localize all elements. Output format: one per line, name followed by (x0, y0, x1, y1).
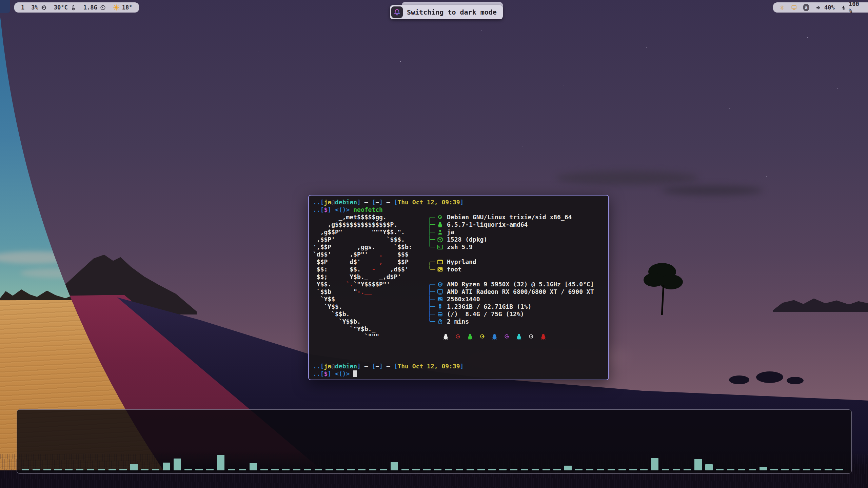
debian-swirl-icon (528, 333, 535, 340)
visualizer-bar (76, 469, 83, 470)
shell-prompt-bottom-block: ..[ja@debian] – [~] – [Thu Oct 12, 09:39… (313, 363, 463, 378)
neofetch-info-row: ╭─AMD Ryzen 9 5950X (32) @ 5.1GHz [45.0°… (428, 281, 594, 288)
ascii-art-line: `$$b. (313, 310, 412, 318)
text-segment: ~ (375, 363, 379, 370)
ascii-art-line: `Y$$b. (313, 318, 412, 325)
text-segment: `. (346, 281, 354, 288)
visualizer-bar (662, 469, 669, 470)
text-segment: .. (313, 370, 320, 377)
text-segment: Y$$. (313, 281, 346, 288)
workspace-indicator[interactable]: 1 (21, 4, 24, 11)
visualizer-bar (477, 469, 485, 470)
tray-app-badge[interactable]: a (803, 4, 809, 11)
status-bar-left: 1 3% 30°C 1.8G 18° (14, 2, 139, 13)
volume-widget[interactable]: 40% (815, 4, 835, 11)
weather-widget[interactable]: 18° (113, 4, 133, 11)
visualizer-bar (87, 469, 94, 470)
text-segment: .. (313, 199, 320, 206)
display-tray-icon[interactable] (791, 4, 797, 11)
text-segment: <()> (335, 206, 350, 213)
neofetch-info-row: ╭─Debian GNU/Linux trixie/sid x86_64 (428, 214, 594, 221)
memory-widget[interactable]: 1.8G (83, 4, 106, 11)
text-segment: `"Y$b._ (313, 325, 375, 332)
tree-branch: ╰─ (428, 243, 437, 251)
neofetch-info-row: ├─6.5.7-1-liquorix-amd64 (428, 221, 594, 228)
text-segment: ~ (375, 199, 379, 206)
text-segment: - (372, 266, 375, 273)
visualizer-bar (705, 464, 713, 470)
mic-value: 100 % (849, 1, 864, 14)
notification-text: Switching to dark mode (407, 8, 497, 16)
text-segment: .. (313, 206, 320, 213)
tree-branch: ╰─ (428, 266, 437, 273)
info-value: AMD Ryzen 9 5950X (32) @ 5.1GHz [45.0°C] (447, 281, 594, 288)
mic-widget[interactable]: 100 % (841, 1, 864, 14)
text-segment: `"Y$$$$P"' (353, 281, 390, 288)
visualizer-bar (260, 469, 268, 470)
temperature-widget[interactable]: 30°C (54, 4, 77, 11)
uptime-icon (437, 318, 443, 325)
window-icon-cell (437, 259, 447, 265)
info-value: 1528 (dpkg) (447, 236, 487, 243)
uptime-icon-cell (437, 318, 447, 325)
visualizer-bar (684, 469, 691, 470)
notification-toast[interactable]: Switching to dark mode (390, 5, 503, 19)
terminal-cursor (353, 370, 357, 377)
visualizer-bar (184, 469, 192, 470)
visualizer-bar (760, 467, 767, 470)
visualizer-bar (228, 469, 235, 470)
visualizer-bars (22, 416, 843, 470)
debian-swirl-icon (479, 333, 486, 340)
display-icon-cell (437, 296, 447, 303)
display-icon (437, 296, 443, 303)
tree-branch: ╭─ (428, 258, 437, 266)
workspace-number: 1 (21, 4, 24, 11)
cpu-usage[interactable]: 3% (31, 4, 47, 11)
visualizer-bar (749, 469, 756, 470)
visualizer-bar (618, 469, 626, 470)
bluetooth-icon[interactable] (779, 4, 785, 11)
info-value: 6.5.7-1-liquorix-amd64 (447, 221, 528, 228)
neofetch-info-block: ╭─Debian GNU/Linux trixie/sid x86_64├─6.… (428, 214, 594, 340)
debian-swirl-icon (503, 333, 510, 340)
visualizer-bar (803, 469, 810, 470)
ascii-art-line: `Y$$. (313, 303, 412, 310)
ascii-art-line: ,$$P' `$$$. (313, 236, 412, 243)
shell-input-line[interactable]: ..[$] <()> (313, 370, 463, 378)
text-segment (331, 206, 335, 213)
text-segment: [ (394, 199, 398, 206)
memory-value: 1.8G (83, 4, 97, 11)
info-value: 2 mins (447, 318, 469, 325)
text-segment: ] (328, 370, 331, 377)
terminal-window[interactable]: ..[ja@debian] – [~] – [Thu Oct 12, 09:39… (308, 195, 609, 380)
visualizer-bar (250, 463, 257, 470)
speaker-icon (815, 4, 822, 11)
visualizer-bar (206, 469, 214, 470)
shell-prompt: ..[ja@debian] – [~] – [Thu Oct 12, 09:39… (313, 199, 604, 206)
text-segment: $$; Y$b._ _,d$P' (313, 273, 401, 280)
ascii-art-line: Y$$. `.`"Y$$$$P"' (313, 281, 412, 288)
text-segment: <()> (335, 370, 350, 377)
text-segment: – (361, 363, 372, 370)
tree-branch: ├─ (428, 296, 437, 303)
visualizer-bar (532, 469, 539, 470)
tree-branch: ├─ (428, 303, 437, 310)
visualizer-bar (152, 469, 159, 470)
tux-icon (491, 333, 498, 340)
disk-icon-cell (437, 311, 447, 318)
visualizer-bar (43, 469, 51, 470)
text-segment: @ (331, 199, 335, 206)
text-segment: [ (372, 363, 375, 370)
visualizer-bar (564, 466, 572, 470)
visualizer-bar (640, 469, 648, 470)
text-segment: ,$$P' `$$$. (313, 236, 405, 243)
user-icon-cell (437, 229, 447, 236)
info-value: (/) 8.4G / 75G (12%) (447, 310, 524, 318)
visualizer-bar (391, 462, 398, 470)
terminal-icon (437, 266, 443, 273)
thermometer-icon (70, 4, 77, 11)
visualizer-bar (651, 458, 658, 470)
visualizer-bar (694, 459, 702, 470)
info-value: ja (447, 228, 454, 236)
visualizer-bar (239, 469, 246, 470)
